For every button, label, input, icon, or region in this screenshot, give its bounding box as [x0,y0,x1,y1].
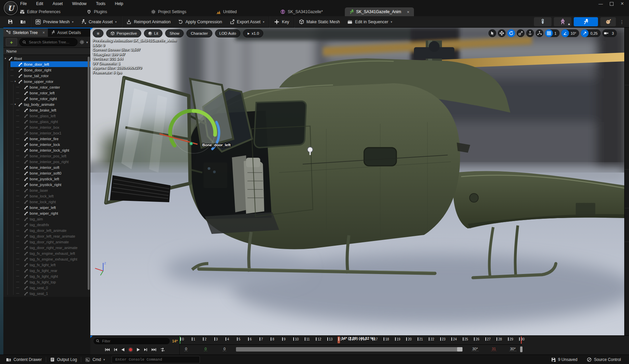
tree-row-bone_wiper_left[interactable]: bone_wiper_left [3,205,90,210]
preview-mesh-button[interactable]: Preview Mesh▾ [32,16,77,28]
timeline-filter-box[interactable] [93,337,170,345]
toolbar-overflow-icon[interactable]: ⋮ [618,19,626,25]
menu-window[interactable]: Window [72,1,87,6]
content-drawer-button[interactable]: Content Drawer [2,355,46,364]
expander-arrow-icon[interactable]: ▾ [5,57,8,60]
tree-row-tag_fx_light_right[interactable]: tag_fx_light_right [3,273,90,279]
loop-button[interactable] [160,347,166,352]
range-value[interactable]: 0 [223,347,226,351]
playback-speed-button[interactable]: ▶x1.0 [243,29,263,37]
tree-row-bone_brake_left[interactable]: bone_brake_left [3,107,90,113]
console-command-box[interactable] [112,356,200,363]
camera-speed-icon[interactable] [602,29,610,37]
grid-snap-icon[interactable] [545,29,553,37]
rotation-snap-icon[interactable] [561,29,569,37]
tab-asset-details[interactable]: Asset Details [48,28,84,37]
play-button[interactable] [136,347,141,352]
expander-arrow-icon[interactable]: ▾ [14,80,18,83]
current-frame-label[interactable]: 14* [172,339,178,343]
tab-untitled[interactable]: Untitled [212,7,241,16]
tab-sk-sa341gazelle[interactable]: SK_SA341Gazelle* [276,7,327,16]
minimize-icon[interactable]: — [596,0,605,7]
tree-row-bone_glass_right[interactable]: bone_glass_right [3,119,90,124]
search-input[interactable] [28,40,74,44]
output-log-button[interactable]: Output Log [46,355,81,364]
tree-settings-gear-icon[interactable] [80,40,84,44]
reimport-animation-button[interactable]: Reimport Animation [123,16,174,28]
range-value[interactable]: 30* [472,347,479,351]
tree-row-bone_interior_box[interactable]: bone_interior_box [3,124,90,130]
edit-in-sequencer-button[interactable]: Edit in Sequencer▾ [343,16,396,28]
tab-sk-sa341gazelle-anim[interactable]: SK_SA341Gazelle_Anim × [345,7,414,16]
tree-row-tag_door_right_animate[interactable]: tag_door_right_animate [3,239,90,245]
play-reverse-button[interactable] [121,347,125,352]
menu-tools[interactable]: Tools [96,1,106,6]
to-end-button[interactable] [151,347,157,352]
tab-plugins[interactable]: Plugins [82,7,111,16]
camera-speed-value[interactable]: 3 [612,31,614,35]
to-front-button[interactable] [104,347,110,352]
scale-tool-icon[interactable] [517,29,525,37]
close-icon[interactable]: × [618,0,627,7]
make-static-mesh-button[interactable]: Make Static Mesh [295,16,343,28]
tree-row-bone_interior_lock[interactable]: bone_interior_lock [3,142,90,147]
tree-row-tag_aim[interactable]: tag_aim [3,216,90,222]
tree-row-bone_interior_soft[interactable]: bone_interior_soft [3,164,90,170]
tree-row-tag_fx_engine_exhaust_left[interactable]: tag_fx_engine_exhaust_left [3,250,90,256]
tree-row-bone_tail_rotor[interactable]: bone_tail_rotor [3,73,90,79]
timeline-scrollbar[interactable] [236,347,462,352]
show-button[interactable]: Show [165,29,184,37]
gizmo-axes-icon[interactable] [536,29,543,37]
tree-row-bone_upper_rotor[interactable]: ▾bone_upper_rotor [3,79,90,84]
tree-row-tag_fx_light_left[interactable]: tag_fx_light_left [3,262,90,268]
menu-file[interactable]: File [20,1,27,6]
tree-row-bone_wiper_right[interactable]: bone_wiper_right [3,210,90,216]
tree-row-bone_interior_fire[interactable]: bone_interior_fire [3,136,90,142]
tree-row-bone_interior_pos_right[interactable]: bone_interior_pos_right [3,159,90,164]
select-tool-icon[interactable] [488,29,496,37]
tab-close-icon[interactable]: × [407,9,410,14]
tree-row-tag_door_left_rear_animate[interactable]: tag_door_left_rear_animate [3,233,90,239]
step-forward-button[interactable] [144,347,148,352]
move-tool-icon[interactable] [498,29,506,37]
export-asset-button[interactable]: Export Asset▾ [226,16,268,28]
record-button[interactable] [128,347,133,352]
character-button[interactable]: Character [186,29,212,37]
tree-row-tag_body_animate[interactable]: ▾tag_body_animate [3,101,90,107]
tree-row-tag_fx_engine_exhaust_right[interactable]: tag_fx_engine_exhaust_right [3,256,90,262]
tree-row-bone_lock_left[interactable]: bone_lock_left [3,193,90,199]
tab-skeleton-tree[interactable]: Skeleton Tree × [3,28,48,37]
tree-row-Root[interactable]: ▾Root [3,56,90,61]
3d-viewport[interactable]: Bone_door_left Z ≡ Perspective Lit Show … [90,28,624,335]
tab-editor-preferences[interactable]: Editor Preferences [16,7,65,16]
step-backward-button[interactable] [113,347,118,352]
key-button[interactable]: Key [270,16,293,28]
tree-row-tag_deathfx[interactable]: tag_deathfx [3,222,90,228]
tree-row-bone_rotor_left[interactable]: bone_rotor_left [3,90,90,96]
viewport-menu-icon[interactable]: ≡ [93,29,103,37]
range-value[interactable]: 31 [491,347,497,351]
grid-snap-value[interactable]: 1 [555,31,557,35]
menu-edit[interactable]: Edit [36,1,43,6]
apply-compression-button[interactable]: Apply Compression [174,16,226,28]
scale-snap-value[interactable]: 0,25 [590,31,597,35]
tab-project-settings[interactable]: Project Settings [147,7,191,16]
maximize-icon[interactable] [607,0,616,7]
expander-arrow-icon[interactable]: ▾ [14,103,18,106]
tree-row-bone_laser[interactable]: bone_laser [3,187,90,193]
menu-asset[interactable]: Asset [53,1,63,6]
tree-row-tag_fx_light_top[interactable]: tag_fx_light_top [3,279,90,285]
unreal-logo-icon[interactable]: U [4,1,18,15]
tree-row-tag_door_left_animate[interactable]: tag_door_left_animate [3,228,90,233]
cmd-selector[interactable]: Cmd ▾ [81,355,109,364]
tree-row-bone_interior_pos_left[interactable]: bone_interior_pos_left [3,153,90,159]
collapsed-right-panel-strip[interactable] [624,28,629,355]
tree-row-tag_seat_0[interactable]: tag_seat_0 [3,285,90,291]
tree-row-bone_interior_box1[interactable]: bone_interior_box1 [3,130,90,136]
tree-row-bone_interior_soft0[interactable]: bone_interior_soft0 [3,170,90,176]
range-value[interactable]: 30* [509,347,516,351]
skeleton-mode-button[interactable] [534,17,551,26]
skeletal-mesh-mode-button[interactable]: ★ [554,17,571,26]
tree-scrollbar[interactable] [88,57,90,290]
tree-row-tag_seat_1[interactable]: tag_seat_1 [3,291,90,296]
